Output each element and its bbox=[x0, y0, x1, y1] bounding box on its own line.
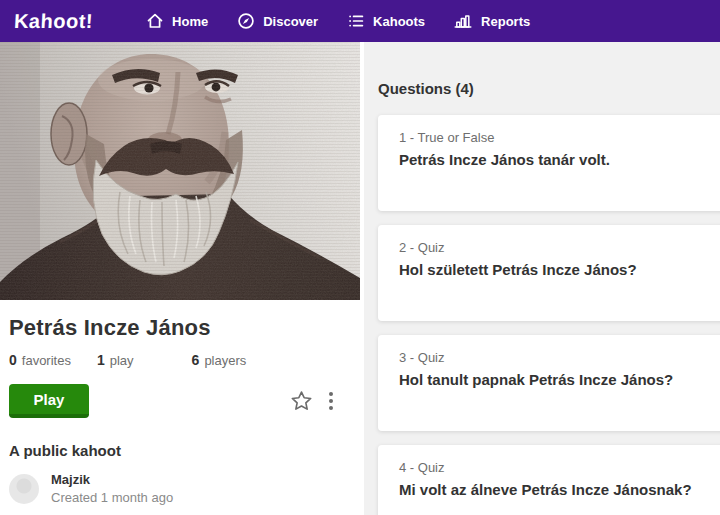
stat-favorites: 0 favorites bbox=[9, 352, 71, 368]
kahoot-logo[interactable]: Kahoot! bbox=[13, 10, 93, 33]
author-name[interactable]: Majzik bbox=[51, 472, 173, 487]
nav-item-discover[interactable]: Discover bbox=[237, 12, 318, 30]
author-avatar[interactable] bbox=[9, 474, 39, 504]
author-info: Majzik Created 1 month ago bbox=[51, 472, 173, 505]
kahoot-title: Petrás Incze János bbox=[9, 315, 355, 341]
question-card-4[interactable]: 4 - Quiz Mi volt az álneve Petrás Incze … bbox=[378, 445, 720, 515]
author-row: Majzik Created 1 month ago bbox=[9, 472, 355, 505]
nav-item-label: Home bbox=[172, 14, 208, 29]
question-meta: 4 - Quiz bbox=[399, 460, 720, 475]
nav-item-label: Reports bbox=[481, 14, 530, 29]
question-title: Hol tanult papnak Petrás Incze János? bbox=[399, 371, 720, 388]
stat-plays: 1 play bbox=[97, 352, 134, 368]
play-button[interactable]: Play bbox=[9, 384, 89, 418]
question-title: Hol született Petrás Incze János? bbox=[399, 261, 720, 278]
questions-list: 1 - True or False Petrás Incze János tan… bbox=[378, 115, 720, 515]
question-card-3[interactable]: 3 - Quiz Hol tanult papnak Petrás Incze … bbox=[378, 335, 720, 431]
home-icon bbox=[146, 12, 164, 30]
kahoot-detail-panel: Petrás Incze János 0 favorites 1 play 6 … bbox=[0, 42, 364, 515]
created-timestamp: Created 1 month ago bbox=[51, 490, 173, 505]
kahoot-actions: Play bbox=[9, 384, 355, 418]
question-title: Mi volt az álneve Petrás Incze Jánosnak? bbox=[399, 481, 720, 498]
question-title: Petrás Incze János tanár volt. bbox=[399, 151, 720, 168]
stat-value: 0 bbox=[9, 352, 17, 368]
kahoot-stats: 0 favorites 1 play 6 players bbox=[9, 352, 355, 368]
favorite-star-icon[interactable] bbox=[289, 389, 314, 414]
nav-item-reports[interactable]: Reports bbox=[454, 12, 530, 30]
kahoot-meta: Petrás Incze János 0 favorites 1 play 6 … bbox=[0, 315, 364, 505]
visibility-label: A public kahoot bbox=[9, 442, 355, 459]
more-options-kebab-icon[interactable] bbox=[327, 390, 335, 412]
nav-item-label: Kahoots bbox=[373, 14, 425, 29]
stat-value: 1 bbox=[97, 352, 105, 368]
stat-label: favorites bbox=[22, 353, 71, 368]
question-meta: 2 - Quiz bbox=[399, 240, 720, 255]
kahoot-cover-image bbox=[0, 42, 360, 300]
stat-label: players bbox=[204, 353, 246, 368]
question-meta: 1 - True or False bbox=[399, 130, 720, 145]
top-navbar: Kahoot! Home Discover bbox=[0, 0, 720, 42]
bar-chart-icon bbox=[454, 12, 473, 30]
main-content: Petrás Incze János 0 favorites 1 play 6 … bbox=[0, 42, 720, 515]
question-card-2[interactable]: 2 - Quiz Hol született Petrás Incze Jáno… bbox=[378, 225, 720, 321]
questions-panel: Questions (4) 1 - True or False Petrás I… bbox=[364, 42, 720, 515]
nav-item-home[interactable]: Home bbox=[146, 12, 208, 30]
question-card-1[interactable]: 1 - True or False Petrás Incze János tan… bbox=[378, 115, 720, 211]
nav-item-kahoots[interactable]: Kahoots bbox=[347, 12, 425, 30]
stat-label: play bbox=[110, 353, 134, 368]
questions-header: Questions (4) bbox=[378, 80, 720, 97]
question-meta: 3 - Quiz bbox=[399, 350, 720, 365]
nav-item-label: Discover bbox=[263, 14, 318, 29]
compass-icon bbox=[237, 12, 255, 30]
list-icon bbox=[347, 12, 365, 30]
stat-players: 6 players bbox=[192, 352, 247, 368]
stat-value: 6 bbox=[192, 352, 200, 368]
